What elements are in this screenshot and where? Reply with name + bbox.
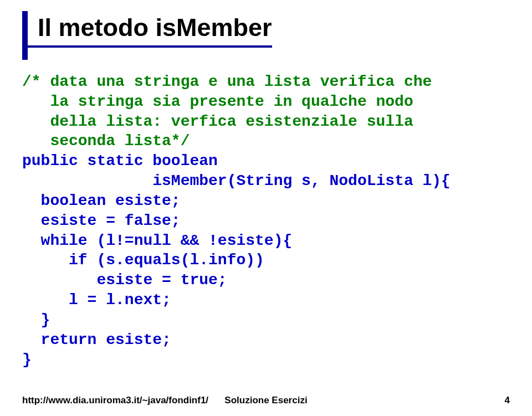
title-wrap: Il metodo isMember: [22, 11, 272, 60]
code-line: while (l!=null && !esiste){: [22, 232, 292, 249]
slide-page: Il metodo isMember /* data una stringa e…: [0, 0, 532, 416]
code-line: isMember(String s, NodoLista l){: [22, 172, 451, 189]
code-line: l = l.next;: [22, 291, 171, 309]
code-line: public static boolean: [22, 152, 218, 170]
footer-left: http://www.dia.uniroma3.it/~java/fondinf…: [22, 395, 208, 406]
code-block: /* data una stringa e una lista verifica…: [22, 72, 510, 369]
code-comment: /* data una stringa e una lista verifica…: [22, 73, 432, 150]
code-line: boolean esiste;: [22, 192, 181, 209]
code-line: if (s.equals(l.info)): [22, 251, 264, 269]
code-line: esiste = true;: [22, 271, 227, 289]
code-line: esiste = false;: [22, 212, 181, 229]
code-line: }: [22, 311, 50, 328]
code-line: }: [22, 351, 32, 368]
footer-page-number: 4: [505, 395, 510, 406]
slide-title: Il metodo isMember: [38, 13, 272, 42]
footer-center: Soluzione Esercizi: [224, 395, 307, 406]
footer: http://www.dia.uniroma3.it/~java/fondinf…: [22, 395, 510, 406]
code-line: return esiste;: [22, 331, 171, 348]
title-inner: Il metodo isMember: [28, 11, 272, 48]
